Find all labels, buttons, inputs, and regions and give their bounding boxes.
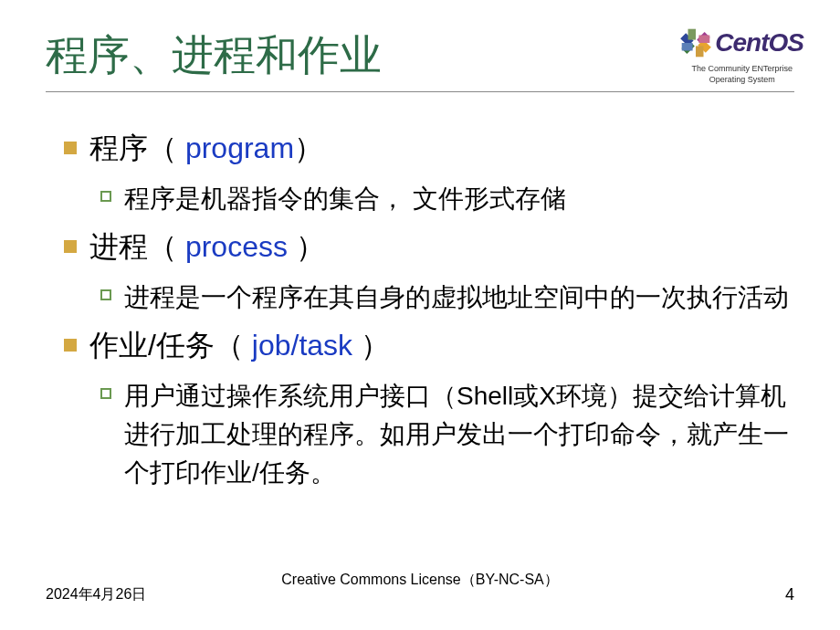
list-item: 进程（ process ） (64, 227, 794, 268)
svg-rect-4 (688, 29, 697, 40)
svg-rect-7 (682, 43, 693, 51)
paren-close: ） (294, 131, 323, 164)
slide: 程序、进程和作业 CentOS The Community ENTerprise… (0, 0, 840, 630)
item-heading: 程序（ program） (89, 129, 323, 169)
item-heading: 进程（ process ） (89, 227, 325, 268)
term-cn: 进程 (89, 230, 148, 263)
list-item: 作业/任务（ job/task ） (64, 326, 794, 366)
subitem-text: 用户通过操作系统用户接口（Shell或X环境）提交给计算机进行加工处理的程序。如… (124, 377, 794, 492)
bullet-hollow-icon (100, 191, 111, 202)
logo-graphic: CentOS (680, 27, 803, 58)
list-subitem: 进程是一个程序在其自身的虚拟地址空间中的一次执行活动 (100, 278, 794, 317)
term-en: job/task (244, 329, 361, 362)
svg-rect-5 (699, 36, 710, 44)
bullet-square-icon (64, 240, 77, 253)
subitem-text: 进程是一个程序在其自身的虚拟地址空间中的一次执行活动 (124, 278, 789, 317)
slide-content: 程序（ program） 程序是机器指令的集合， 文件形式存储 进程（ proc… (46, 129, 794, 492)
term-en: process (177, 230, 296, 263)
paren-open: （ (148, 131, 177, 164)
bullet-square-icon (64, 142, 77, 154)
list-item: 程序（ program） (64, 129, 794, 169)
bullet-hollow-icon (100, 289, 111, 300)
svg-rect-6 (696, 46, 704, 57)
paren-open: （ (148, 230, 177, 263)
term-en: program (177, 131, 294, 164)
page-number: 4 (785, 585, 794, 604)
footer-date: 2024年4月26日 (46, 585, 146, 604)
centos-logo: CentOS The Community ENTerprise Operatin… (680, 27, 803, 84)
pinwheel-icon (680, 27, 711, 58)
logo-tagline-2: Operating System (680, 75, 803, 84)
item-heading: 作业/任务（ job/task ） (89, 326, 390, 366)
footer-license: Creative Commons License（BY-NC-SA） (281, 571, 559, 590)
paren-close: ） (361, 329, 390, 362)
list-subitem: 程序是机器指令的集合， 文件形式存储 (100, 180, 794, 218)
bullet-hollow-icon (100, 388, 111, 399)
term-cn: 作业/任务 (89, 329, 215, 362)
paren-close: ） (296, 230, 325, 263)
list-subitem: 用户通过操作系统用户接口（Shell或X环境）提交给计算机进行加工处理的程序。如… (100, 377, 794, 492)
term-cn: 程序 (89, 131, 148, 164)
subitem-text: 程序是机器指令的集合， 文件形式存储 (124, 180, 566, 218)
bullet-square-icon (64, 339, 77, 352)
centos-wordmark: CentOS (715, 28, 803, 58)
paren-open: （ (215, 329, 244, 362)
logo-tagline-1: The Community ENTerprise (680, 64, 803, 73)
slide-footer: 2024年4月26日 Creative Commons License（BY-N… (0, 585, 840, 604)
